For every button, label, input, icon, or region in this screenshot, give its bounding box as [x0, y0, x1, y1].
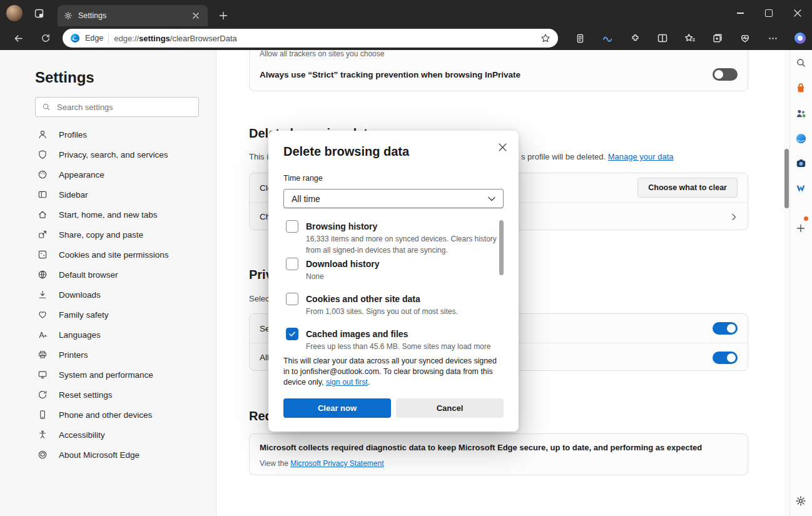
manage-your-data-link[interactable]: Manage your data [608, 152, 674, 161]
favorite-star-icon[interactable] [540, 33, 551, 43]
split-screen-icon[interactable] [653, 29, 672, 48]
sidebar-item-printers[interactable]: Printers [0, 345, 216, 365]
sidebar-add-button[interactable] [792, 220, 809, 237]
settings-nav-list: Profiles Privacy, search, and services A… [0, 124, 216, 465]
profile-avatar[interactable] [6, 5, 23, 21]
cached-images-checkbox[interactable] [286, 328, 298, 340]
option-cookies-site-data: Cookies and other site dataFrom 1,003 si… [268, 293, 519, 316]
workspaces-button[interactable] [30, 6, 48, 20]
sidebar-item-privacy[interactable]: Privacy, search, and services [0, 144, 216, 164]
copilot-icon[interactable] [791, 29, 809, 48]
sign-out-first-link[interactable]: sign out first [326, 378, 368, 387]
time-range-label: Time range [283, 173, 504, 184]
sidebar-item-reset-settings[interactable]: Reset settings [0, 385, 216, 405]
maximize-button[interactable] [754, 0, 783, 26]
dialog-scrollbar-thumb[interactable] [499, 220, 504, 275]
about-edge-icon [38, 450, 48, 460]
settings-search-box[interactable] [35, 97, 199, 117]
sidebar-settings-button[interactable] [792, 492, 809, 510]
refresh-button[interactable] [36, 29, 55, 48]
privacy-toggle-2[interactable] [713, 352, 738, 364]
sidebar-shopping-button[interactable] [792, 79, 809, 97]
sidebar-item-about-edge[interactable]: About Microsoft Edge [0, 445, 216, 465]
minimize-button[interactable] [726, 0, 754, 26]
browser-window: Settings Edge edge://sett [0, 0, 812, 516]
strict-tracking-toggle[interactable] [713, 68, 738, 81]
downloads-icon [38, 290, 48, 300]
extensions-icon[interactable] [626, 29, 644, 48]
tab-title: Settings [78, 11, 190, 20]
shopping-icon [795, 83, 806, 94]
sidebar-item-sidebar[interactable]: Sidebar [0, 185, 216, 205]
family-safety-icon [38, 310, 48, 320]
m365-copilot-icon [795, 133, 807, 144]
address-bar[interactable]: Edge edge://settings/clearBrowserData [63, 29, 558, 48]
time-range-select[interactable]: All time [283, 189, 504, 208]
add-icon [796, 223, 806, 233]
workspaces-icon [34, 8, 44, 19]
clear-now-button[interactable]: Clear now [283, 398, 391, 418]
time-range-value: All time [292, 194, 488, 204]
option-desc: From 1,003 sites. Signs you out of most … [306, 307, 458, 316]
browsing-history-checkbox[interactable] [286, 220, 298, 233]
sidebar-designer-button[interactable] [792, 154, 809, 172]
sidebar-item-appearance[interactable]: Appearance [0, 164, 216, 185]
page-scrollbar-track[interactable] [784, 50, 789, 516]
privacy-toggle-1[interactable] [713, 322, 738, 335]
choose-what-to-clear-button[interactable]: Choose what to clear [637, 178, 738, 198]
search-icon [42, 103, 51, 111]
tab-settings[interactable]: Settings [58, 5, 208, 26]
new-tab-button[interactable] [215, 9, 231, 23]
minimize-icon [737, 13, 744, 13]
sidebar-item-share-copy-paste[interactable]: Share, copy and paste [0, 225, 216, 245]
cancel-button[interactable]: Cancel [396, 398, 504, 418]
sidebar-item-downloads[interactable]: Downloads [0, 285, 216, 305]
reset-icon [38, 390, 48, 400]
diagnostics-view-line: View the Microsoft Privacy Statement [260, 459, 384, 468]
back-button[interactable] [9, 29, 28, 48]
cookies-checkbox[interactable] [286, 293, 298, 305]
sidebar-item-family-safety[interactable]: Family safety [0, 305, 216, 325]
sidebar-item-system-performance[interactable]: System and performance [0, 365, 216, 385]
option-browsing-history: Browsing history16,333 items and more on… [268, 220, 519, 255]
browser-chrome: Settings Edge edge://sett [0, 0, 812, 50]
privacy-desc-fragment: Selec [249, 294, 270, 303]
browser-essentials-icon[interactable] [736, 29, 754, 48]
collections-icon[interactable] [708, 29, 727, 48]
sidebar-item-languages[interactable]: Languages [0, 325, 216, 345]
phone-icon [38, 410, 48, 420]
sidebar-app-button[interactable] [792, 180, 809, 197]
strict-tracking-label: Always use “Strict” tracking prevention … [260, 70, 713, 79]
favorites-icon[interactable] [681, 29, 699, 48]
sidebar-m365-button[interactable] [792, 129, 809, 147]
sidebar-item-profiles[interactable]: Profiles [0, 124, 216, 144]
download-history-checkbox[interactable] [286, 258, 298, 270]
printers-icon [38, 350, 48, 360]
sidebar-settings-gear-icon [795, 495, 806, 507]
option-desc: Frees up less than 45.6 MB. Some sites m… [306, 342, 490, 351]
privacy-statement-link[interactable]: Microsoft Privacy Statement [290, 459, 383, 468]
option-title: Browsing history [306, 221, 377, 231]
privacy-icon [38, 149, 48, 159]
search-settings-input[interactable] [56, 102, 192, 113]
sidebar-item-accessibility[interactable]: Accessibility [0, 425, 216, 445]
designer-camera-icon [795, 158, 807, 169]
editor-extension-icon[interactable] [598, 29, 617, 48]
sidebar-item-default-browser[interactable]: Default browser [0, 265, 216, 285]
sync-note: This will clear your data across all you… [283, 356, 504, 388]
tab-close-button[interactable] [190, 10, 201, 21]
sidebar-search-button[interactable] [792, 54, 809, 71]
pinned-extension-icon[interactable] [571, 29, 589, 48]
settings-more-icon[interactable] [763, 29, 782, 48]
close-window-icon [794, 9, 801, 17]
sidebar-item-cookies-permissions[interactable]: Cookies and site permissions [0, 245, 216, 265]
page-scrollbar-thumb[interactable] [784, 149, 789, 208]
sidebar-item-start-home-tabs[interactable]: Start, home, and new tabs [0, 205, 216, 225]
sidebar-item-phone-devices[interactable]: Phone and other devices [0, 405, 216, 425]
site-permissions-icon [38, 250, 48, 260]
dialog-close-button[interactable] [494, 138, 511, 156]
tracking-partial-text: Allow all trackers on sites you choose [260, 50, 384, 58]
sidebar-games-button[interactable] [792, 104, 809, 122]
option-title: Download history [306, 259, 379, 269]
close-window-button[interactable] [783, 0, 812, 26]
